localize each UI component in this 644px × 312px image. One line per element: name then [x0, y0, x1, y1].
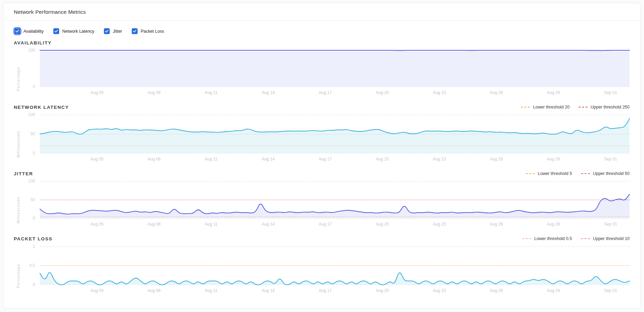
x-tick-label: Aug 11	[205, 288, 217, 293]
y-tick-label: 50	[31, 132, 35, 136]
toggle-jitter[interactable]: Jitter	[104, 28, 122, 34]
network-latency-plot: 100500Aug 05Aug 08Aug 11Aug 14Aug 17Aug …	[40, 115, 630, 153]
legend-dash-icon	[521, 107, 530, 107]
gridline	[40, 218, 630, 219]
x-tick-label: Sep 01	[604, 157, 617, 162]
chart-title: JITTER	[14, 171, 33, 176]
chart-title: AVAILABILITY	[14, 40, 52, 45]
y-tick-label: 0	[33, 282, 35, 287]
legend-label: Upper threshold 50	[593, 171, 630, 176]
series-line	[40, 50, 630, 51]
x-tick-label: Aug 26	[490, 288, 503, 293]
toggle-label: Network Latency	[62, 29, 94, 34]
toggle-packet-loss[interactable]: Packet Loss	[132, 28, 164, 34]
x-tick-label: Aug 05	[90, 157, 104, 162]
y-tick-label: 0	[33, 216, 35, 221]
availability-plot-area[interactable]	[40, 50, 630, 87]
x-tick-label: Aug 23	[433, 90, 446, 95]
legend-item: Upper threshold 10	[581, 236, 630, 241]
checkmark-icon	[54, 30, 58, 33]
availability-chart-section: AVAILABILITY Percentage 1000Aug 05Aug 08…	[14, 40, 630, 98]
series-area	[40, 50, 630, 87]
x-tick-label: Aug 23	[433, 157, 446, 162]
jitter-plot: 100500Aug 05Aug 08Aug 11Aug 14Aug 17Aug …	[40, 181, 630, 218]
x-tick-label: Aug 11	[205, 222, 217, 227]
checkmark-icon	[105, 30, 109, 33]
legend-label: Lower threshold 0.5	[534, 236, 572, 241]
legend-label: Lower threshold 20	[533, 105, 569, 110]
x-tick-label: Aug 05	[90, 288, 104, 293]
series-area	[40, 118, 630, 153]
y-tick-label: 0.5	[29, 263, 35, 268]
x-tick-label: Aug 11	[205, 90, 217, 95]
x-tick-label: Aug 17	[319, 288, 332, 293]
x-tick-label: Aug 14	[261, 288, 275, 293]
x-tick-label: Aug 20	[376, 288, 389, 293]
availability-plot: 1000Aug 05Aug 08Aug 11Aug 14Aug 17Aug 20…	[40, 50, 630, 87]
legend-dash-icon	[526, 173, 535, 174]
chart-title: NETWORK LATENCY	[14, 105, 69, 110]
legend-item: Lower threshold 20	[521, 105, 569, 110]
jitter-checkbox[interactable]	[104, 28, 110, 34]
series-area	[40, 194, 630, 218]
x-tick-label: Aug 14	[261, 90, 275, 95]
x-tick-label: Aug 23	[433, 288, 446, 293]
availability-checkbox[interactable]	[14, 28, 20, 34]
x-tick-label: Aug 05	[90, 90, 104, 95]
network-latency-plot-area[interactable]	[40, 115, 630, 153]
network-latency-checkbox[interactable]	[53, 28, 59, 34]
x-tick-label: Aug 14	[261, 157, 275, 162]
packet-loss-checkbox[interactable]	[132, 28, 138, 34]
x-tick-label: Aug 29	[547, 288, 560, 293]
x-tick-label: Aug 26	[490, 222, 503, 227]
x-tick-label: Aug 29	[547, 157, 560, 162]
y-axis-title: Milliseconds	[14, 181, 23, 230]
panel-header: Network Performance Metrics	[3, 3, 641, 21]
legend-item: Lower threshold 5	[526, 171, 572, 176]
packet-loss-chart-section: PACKET LOSS Lower threshold 0.5Upper thr…	[14, 236, 630, 297]
x-tick-label: Aug 26	[490, 157, 503, 162]
legend-label: Upper threshold 250	[591, 105, 630, 110]
gridline	[40, 153, 630, 154]
legend-item: Lower threshold 0.5	[522, 236, 572, 241]
checkmark-icon	[133, 30, 137, 33]
y-tick-label: 0	[33, 151, 35, 156]
y-tick-label: 50	[31, 197, 35, 202]
x-tick-label: Aug 26	[490, 90, 503, 95]
x-tick-label: Aug 08	[148, 222, 161, 227]
x-tick-label: Aug 11	[205, 157, 217, 162]
series-line	[40, 194, 630, 214]
jitter-chart-section: JITTER Lower threshold 5Upper threshold …	[14, 170, 630, 230]
x-tick-label: Aug 20	[376, 222, 389, 227]
network-latency-chart-section: NETWORK LATENCY Lower threshold 20Upper …	[14, 104, 630, 165]
x-tick-label: Sep 01	[604, 288, 617, 293]
legend-dash-icon	[522, 238, 531, 239]
chart-legend: Lower threshold 5Upper threshold 50	[526, 171, 630, 176]
legend-label: Lower threshold 5	[538, 171, 572, 176]
panel-title: Network Performance Metrics	[14, 9, 630, 15]
x-tick-label: Sep 01	[604, 90, 617, 95]
y-tick-label: 0	[33, 84, 35, 89]
legend-item: Upper threshold 50	[581, 171, 630, 176]
x-tick-label: Sep 01	[604, 222, 617, 227]
y-tick-label: 100	[28, 112, 35, 117]
toggle-label: Jitter	[113, 29, 122, 34]
x-tick-label: Aug 29	[547, 90, 560, 95]
y-tick-label: 100	[28, 48, 35, 53]
packet-loss-plot-area[interactable]	[40, 246, 630, 285]
toggle-label: Packet Loss	[141, 29, 164, 34]
x-tick-label: Aug 29	[547, 222, 560, 227]
network-performance-metrics-panel: Network Performance Metrics Availability…	[3, 3, 641, 309]
y-tick-label: 1	[33, 244, 35, 249]
x-tick-label: Aug 20	[376, 90, 389, 95]
legend-item: Upper threshold 250	[579, 105, 630, 110]
toggle-availability[interactable]: Availability	[14, 28, 44, 34]
x-tick-label: Aug 14	[261, 222, 275, 227]
gridline	[40, 285, 630, 285]
jitter-plot-area[interactable]	[40, 181, 630, 218]
gridline	[40, 87, 630, 87]
toggle-network-latency[interactable]: Network Latency	[53, 28, 94, 34]
x-tick-label: Aug 17	[319, 157, 332, 162]
legend-dash-icon	[579, 107, 588, 107]
x-tick-label: Aug 08	[148, 157, 161, 162]
